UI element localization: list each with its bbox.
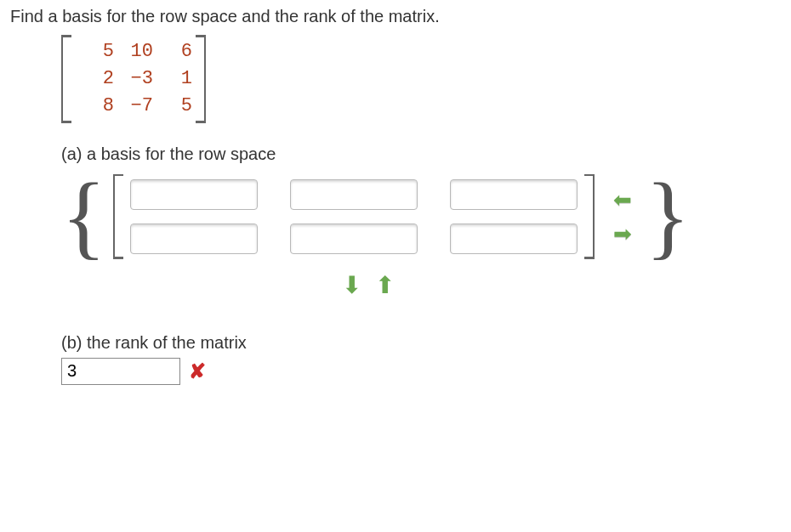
matrix-cell: 1 xyxy=(153,65,192,93)
right-brace-icon: } xyxy=(646,174,691,258)
basis-vector-row xyxy=(130,224,578,254)
basis-input[interactable] xyxy=(290,179,418,210)
matrix-cell: 5 xyxy=(153,93,192,120)
matrix-cell: 8 xyxy=(75,93,114,120)
basis-input[interactable] xyxy=(450,224,578,254)
basis-input[interactable] xyxy=(130,179,258,210)
basis-answer-area: { ⬅ ➡ } xyxy=(61,174,781,259)
part-b-label: (b) the rank of the matrix xyxy=(61,333,781,353)
basis-left-bracket xyxy=(113,174,122,259)
matrix-cell: −3 xyxy=(114,65,153,93)
matrix-cell: 2 xyxy=(75,65,114,93)
matrix-cell: 10 xyxy=(114,38,153,65)
basis-right-bracket xyxy=(586,174,595,259)
matrix-cell: −7 xyxy=(114,93,153,120)
question-prompt: Find a basis for the row space and the r… xyxy=(10,7,781,26)
rank-input[interactable] xyxy=(61,358,180,385)
remove-column-icon[interactable]: ⬅ xyxy=(613,189,632,211)
given-matrix: 5 10 6 2 −3 1 8 −7 5 xyxy=(61,35,781,129)
basis-input[interactable] xyxy=(450,179,578,210)
remove-row-icon[interactable]: ⬆ xyxy=(375,272,398,298)
basis-vector-row xyxy=(130,179,578,210)
add-row-icon[interactable]: ⬇ xyxy=(342,272,365,298)
matrix-row: 5 10 6 xyxy=(75,38,192,65)
matrix-cell: 5 xyxy=(75,38,114,65)
row-controls: ⬇ ⬆ xyxy=(61,271,781,299)
left-brace-icon: { xyxy=(61,174,106,258)
basis-input[interactable] xyxy=(290,224,418,254)
matrix-row: 8 −7 5 xyxy=(75,93,192,120)
matrix-row: 2 −3 1 xyxy=(75,65,192,93)
add-column-icon[interactable]: ➡ xyxy=(613,223,632,245)
matrix-left-bracket xyxy=(61,35,70,123)
matrix-cell: 6 xyxy=(153,38,192,65)
part-a-label: (a) a basis for the row space xyxy=(61,144,781,164)
matrix-right-bracket xyxy=(197,35,206,123)
incorrect-icon: ✘ xyxy=(189,359,206,383)
basis-input[interactable] xyxy=(130,224,258,254)
